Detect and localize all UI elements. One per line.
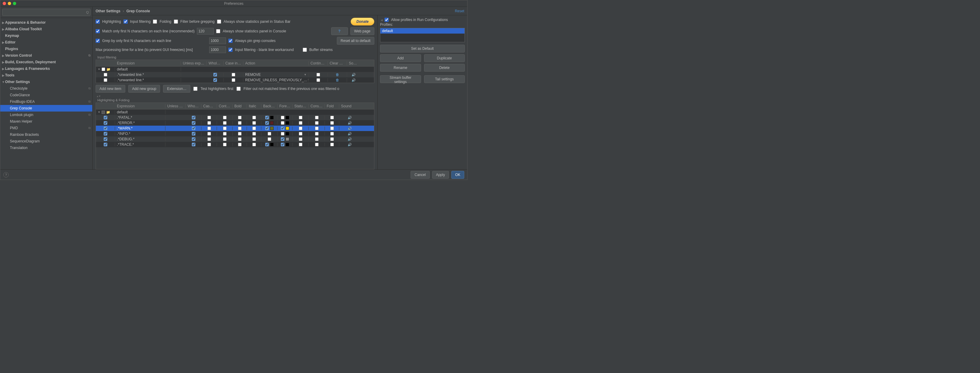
sound-icon[interactable]: 🔊 [348, 116, 352, 120]
sidebar-item[interactable]: ▶Version Control⧉ [0, 52, 92, 59]
fold-checkbox[interactable] [330, 143, 334, 146]
row-enable-checkbox[interactable] [104, 137, 107, 141]
sidebar-item[interactable]: ▶Appearance & Behavior [0, 19, 92, 26]
fold-checkbox[interactable] [330, 132, 334, 135]
filter-out-checkbox[interactable] [237, 87, 241, 91]
continue-checkbox[interactable] [223, 116, 227, 120]
case-checkbox[interactable] [207, 121, 211, 125]
fold-checkbox[interactable] [330, 126, 334, 130]
fg-checkbox[interactable] [281, 126, 285, 130]
table-row[interactable]: .*TRACE.* 🔊 [96, 142, 374, 147]
row-enable-checkbox[interactable] [104, 132, 107, 135]
sound-icon[interactable]: 🔊 [348, 121, 352, 125]
filter-before-checkbox[interactable] [174, 19, 178, 24]
console-checkbox[interactable] [315, 132, 318, 135]
statusbar-checkbox[interactable] [299, 132, 302, 135]
whole-line-checkbox[interactable] [192, 137, 196, 141]
continue-checkbox[interactable] [223, 132, 227, 135]
column-header[interactable]: StatusB… [293, 104, 309, 108]
column-header[interactable]: Expression [115, 61, 181, 65]
italic-checkbox[interactable] [252, 116, 256, 120]
sound-icon[interactable]: 🔊 [352, 73, 356, 77]
highlighting-checkbox[interactable] [95, 19, 100, 24]
delete-profile-button[interactable]: Delete [424, 64, 465, 72]
whole-line-checkbox[interactable] [213, 78, 217, 82]
help-icon[interactable]: ? [3, 172, 9, 177]
add-profile-button[interactable]: Add [380, 54, 421, 62]
sidebar-item[interactable]: Translation [0, 145, 92, 151]
bg-checkbox[interactable] [265, 121, 269, 125]
console-checkbox[interactable] [315, 121, 318, 125]
fg-checkbox[interactable] [281, 143, 285, 146]
column-header[interactable]: Contin… [217, 104, 232, 108]
bg-checkbox[interactable] [267, 137, 271, 141]
color-swatch[interactable] [270, 121, 274, 125]
whole-line-checkbox[interactable] [192, 126, 196, 130]
table-row[interactable]: .*unwanted line.* REMOVE_UNLESS_PREVIOUS… [96, 77, 374, 83]
continue-checkbox[interactable] [317, 73, 320, 77]
grep-first-n-input[interactable] [209, 37, 226, 44]
table-group-row[interactable]: ▼ 📁default [96, 67, 374, 72]
case-checkbox[interactable] [232, 78, 235, 82]
fold-checkbox[interactable] [330, 137, 334, 141]
italic-checkbox[interactable] [252, 121, 256, 125]
case-checkbox[interactable] [207, 132, 211, 135]
help-button[interactable]: ? [331, 27, 348, 35]
sidebar-item[interactable]: Lombok plugin⧉ [0, 112, 92, 118]
color-swatch[interactable] [270, 126, 274, 130]
table-row[interactable]: .*ERROR.* 🔊 [96, 120, 374, 126]
splitter-grip-v[interactable]: ◀ [380, 19, 382, 22]
case-checkbox[interactable] [207, 116, 211, 120]
hf-body[interactable]: ▼ 📁default .*FATAL.* 🔊 .*ERROR.* 🔊 .*WAR… [96, 110, 374, 147]
table-row[interactable]: .*WARN.* 🔊 [96, 126, 374, 131]
case-checkbox[interactable] [207, 126, 211, 130]
sidebar-item[interactable]: FindBugs-IDEA⧉ [0, 98, 92, 105]
row-enable-checkbox[interactable] [104, 143, 107, 146]
italic-checkbox[interactable] [252, 126, 256, 130]
apply-button[interactable]: Apply [432, 171, 449, 179]
case-checkbox[interactable] [207, 143, 211, 146]
continue-checkbox[interactable] [223, 126, 227, 130]
bg-checkbox[interactable] [265, 116, 269, 120]
expression-cell[interactable]: .*WARN.* [115, 126, 165, 131]
column-header[interactable]: Case in… [201, 104, 217, 108]
expression-cell[interactable]: .*FATAL.* [115, 115, 165, 120]
color-swatch[interactable] [286, 126, 289, 130]
case-checkbox[interactable] [232, 73, 235, 77]
expression-cell[interactable]: .*unwanted line.* [115, 73, 181, 77]
group-checkbox[interactable] [102, 67, 105, 71]
color-swatch[interactable] [270, 143, 274, 146]
whole-line-checkbox[interactable] [213, 73, 217, 77]
sidebar-item[interactable]: ▼Other Settings [0, 78, 92, 85]
column-header[interactable]: Unless expre… [181, 61, 207, 65]
sidebar-item[interactable]: ▶Alibaba Cloud Toolkit [0, 26, 92, 32]
max-proc-input[interactable] [209, 46, 226, 53]
match-first-n-input[interactable] [197, 28, 214, 35]
column-header[interactable]: Sound [347, 61, 360, 65]
ok-button[interactable]: OK [451, 171, 464, 179]
fg-checkbox[interactable] [281, 137, 285, 141]
row-enable-checkbox[interactable] [104, 73, 107, 77]
expression-cell[interactable]: .*INFO.* [115, 132, 165, 136]
expression-cell[interactable]: .*ERROR.* [115, 121, 165, 125]
column-header[interactable]: Action [243, 61, 309, 65]
input-filtering-checkbox[interactable] [124, 19, 128, 24]
whole-line-checkbox[interactable] [192, 143, 196, 146]
profiles-list[interactable]: default [380, 28, 465, 42]
bg-checkbox[interactable] [265, 126, 269, 130]
sidebar-item[interactable]: Maven Helper [0, 118, 92, 125]
table-row[interactable]: .*FATAL.* 🔊 [96, 115, 374, 120]
color-swatch[interactable] [286, 132, 289, 135]
expression-cell[interactable]: .*TRACE.* [115, 142, 165, 147]
profile-item[interactable]: default [380, 28, 465, 33]
sound-icon[interactable]: 🔊 [352, 78, 356, 82]
sidebar-item[interactable]: Grep Console [0, 105, 92, 112]
column-header[interactable]: Backgr… [261, 104, 277, 108]
expression-cell[interactable]: .*unwanted line.* [115, 78, 181, 82]
column-header[interactable]: Case inse… [224, 61, 243, 65]
grep-first-n-checkbox[interactable] [95, 39, 100, 43]
column-header[interactable]: Unless ex… [165, 104, 186, 108]
add-item-button[interactable]: Add new item [95, 85, 125, 92]
continue-checkbox[interactable] [223, 143, 227, 146]
stats-console-checkbox[interactable] [216, 29, 220, 33]
